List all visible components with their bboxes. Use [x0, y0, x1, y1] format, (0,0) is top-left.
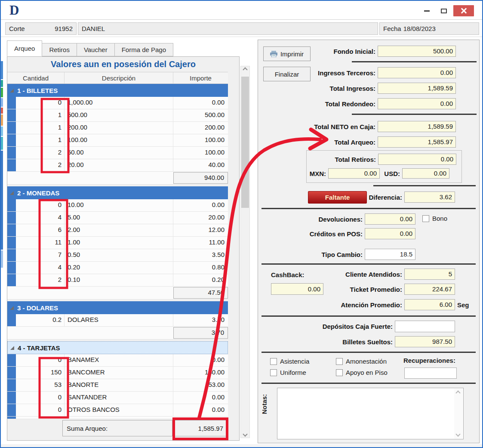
table-row-50-00[interactable]: 250.00100.00	[7, 147, 228, 159]
tipo-cambio-input[interactable]: 18.5	[365, 249, 415, 260]
bono-checkbox[interactable]	[422, 215, 429, 222]
cell-descripcion[interactable]: 0.10	[65, 274, 173, 286]
cell-importe[interactable]: 3.50	[173, 249, 228, 261]
cell-importe[interactable]: 20.00	[173, 212, 228, 224]
amonestacion-checkbox[interactable]	[336, 358, 343, 365]
table-row-0-50[interactable]: 70.503.50	[7, 249, 228, 262]
cell-descripcion[interactable]: 5.00	[65, 212, 173, 224]
table-row-100-00[interactable]: 1100.00100.00	[7, 134, 228, 147]
cell-importe[interactable]: 0.00	[173, 97, 228, 109]
cell-importe[interactable]: 0.00	[173, 404, 228, 416]
cell-importe[interactable]: 40.00	[173, 159, 228, 171]
table-row-0-20[interactable]: 40.200.80	[7, 262, 228, 274]
cell-descripcion[interactable]: 1.00	[65, 237, 173, 249]
table-row-10-00[interactable]: 010.000.00	[7, 199, 228, 212]
cell-descripcion[interactable]: DOLARES	[65, 314, 173, 326]
table-row-banorte[interactable]: 53BANORTE53.00	[7, 379, 228, 392]
cell-descripcion[interactable]: 20.00	[65, 159, 173, 171]
cell-cantidad[interactable]: 4	[16, 262, 65, 274]
table-row-banamex[interactable]: 0BANAMEX0.00	[7, 354, 228, 367]
cell-cantidad[interactable]: 0.2	[16, 314, 65, 326]
cell-descripcion[interactable]: 500.00	[65, 109, 173, 121]
column-header-descripcion[interactable]: Descripción	[65, 72, 173, 83]
table-row-200-00[interactable]: 1200.00200.00	[7, 122, 228, 134]
cell-descripcion[interactable]: BANORTE	[65, 379, 173, 391]
column-header-importe[interactable]: Importe	[173, 72, 228, 83]
cell-importe[interactable]: 53.00	[173, 379, 228, 391]
table-row-santander[interactable]: 0SANTANDER0.00	[7, 392, 228, 404]
cell-descripcion[interactable]: BANAMEX	[65, 354, 173, 366]
table-row-20-00[interactable]: 220.0040.00	[7, 159, 228, 172]
cell-importe[interactable]: 3.70	[173, 314, 228, 326]
uniforme-checkbox[interactable]	[270, 369, 277, 376]
group-header-3-dolares[interactable]: 3 - DOLARES	[7, 301, 228, 314]
cell-importe[interactable]: 200.00	[173, 122, 228, 134]
cell-cantidad[interactable]: 2	[16, 159, 65, 171]
cell-descripcion[interactable]: 50.00	[65, 147, 173, 159]
table-row-bancomer[interactable]: 150BANCOMER150.00	[7, 367, 228, 379]
table-row-2-00[interactable]: 62.0012.00	[7, 224, 228, 237]
cell-importe[interactable]: 12.00	[173, 224, 228, 236]
grid-scrollbar[interactable]	[240, 66, 250, 438]
cell-cantidad[interactable]: 2	[16, 274, 65, 286]
cell-descripcion[interactable]: 2.00	[65, 224, 173, 236]
table-row-otros-bancos[interactable]: 0OTROS BANCOS0.00	[7, 404, 228, 417]
tab-forma-de-pago[interactable]: Forma de Pago	[115, 43, 173, 56]
cell-cantidad[interactable]: 2	[16, 147, 65, 159]
cell-importe[interactable]: 0.00	[173, 354, 228, 366]
group-header-1-billetes[interactable]: 1 - BILLETES	[7, 84, 228, 97]
cell-descripcion[interactable]: 0.50	[65, 249, 173, 261]
cell-cantidad[interactable]: 7	[16, 249, 65, 261]
notas-scrollbar[interactable]	[454, 389, 463, 439]
cell-importe[interactable]: 100.00	[173, 147, 228, 159]
cell-importe[interactable]: 100.00	[173, 134, 228, 146]
notas-scroll-down-icon[interactable]	[455, 432, 460, 436]
column-header-cantidad[interactable]: Cantidad	[7, 72, 65, 83]
asistencia-checkbox[interactable]	[270, 358, 277, 365]
cell-cantidad[interactable]: 0	[16, 404, 65, 416]
table-row-dolares[interactable]: 0.2DOLARES3.70	[7, 314, 228, 327]
cell-cantidad[interactable]: 1	[16, 109, 65, 121]
tab-vaucher[interactable]: Vaucher	[77, 43, 115, 56]
close-button[interactable]	[453, 5, 474, 16]
table-row-5-00[interactable]: 45.0020.00	[7, 212, 228, 224]
cell-cantidad[interactable]: 0	[16, 199, 65, 211]
cell-descripcion[interactable]: 0.20	[65, 262, 173, 274]
cell-cantidad[interactable]: 1	[16, 134, 65, 146]
tab-arqueo[interactable]: Arqueo	[7, 40, 42, 56]
scroll-up-icon[interactable]	[243, 67, 247, 72]
minimize-button[interactable]	[421, 5, 433, 16]
scrollbar-thumb[interactable]	[241, 77, 249, 208]
cell-cantidad[interactable]: 0	[16, 97, 65, 109]
cell-descripcion[interactable]: 1,000.00	[65, 97, 173, 109]
cell-cantidad[interactable]: 150	[16, 367, 65, 379]
cell-importe[interactable]: 0.80	[173, 262, 228, 274]
cell-importe[interactable]: 150.00	[173, 367, 228, 379]
cell-cantidad[interactable]: 4	[16, 212, 65, 224]
cell-descripcion[interactable]: 10.00	[65, 199, 173, 211]
cell-descripcion[interactable]: 200.00	[65, 122, 173, 134]
cell-descripcion[interactable]: BANCOMER	[65, 367, 173, 379]
notas-textarea[interactable]	[277, 388, 464, 439]
cell-descripcion[interactable]: OTROS BANCOS	[65, 404, 173, 416]
cell-cantidad[interactable]: 0	[16, 392, 65, 404]
cell-descripcion[interactable]: SANTANDER	[65, 392, 173, 404]
cell-cantidad[interactable]: 11	[16, 237, 65, 249]
cell-importe[interactable]: 0.00	[173, 199, 228, 211]
cell-importe[interactable]: 500.00	[173, 109, 228, 121]
table-row-500-00[interactable]: 1500.00500.00	[7, 109, 228, 122]
cell-cantidad[interactable]: 0	[16, 354, 65, 366]
group-header-2-monedas[interactable]: 2 - MONEDAS	[7, 186, 228, 199]
cell-importe[interactable]: 0.00	[173, 392, 228, 404]
table-row-0-10[interactable]: 20.100.20	[7, 274, 228, 287]
notas-scroll-up-icon[interactable]	[455, 390, 460, 395]
tab-retiros[interactable]: Retiros	[42, 43, 77, 56]
cell-cantidad[interactable]: 1	[16, 122, 65, 134]
cell-cantidad[interactable]: 53	[16, 379, 65, 391]
table-row-1-000-00[interactable]: 01,000.000.00	[7, 97, 228, 109]
table-row-1-00[interactable]: 111.0011.00	[7, 237, 228, 249]
apoyo-en-piso-checkbox[interactable]	[336, 369, 343, 376]
cell-importe[interactable]: 0.20	[173, 274, 228, 286]
group-header-4-tarjetas[interactable]: 4 - TARJETAS	[7, 341, 228, 354]
recuperaciones-input[interactable]	[404, 368, 457, 379]
